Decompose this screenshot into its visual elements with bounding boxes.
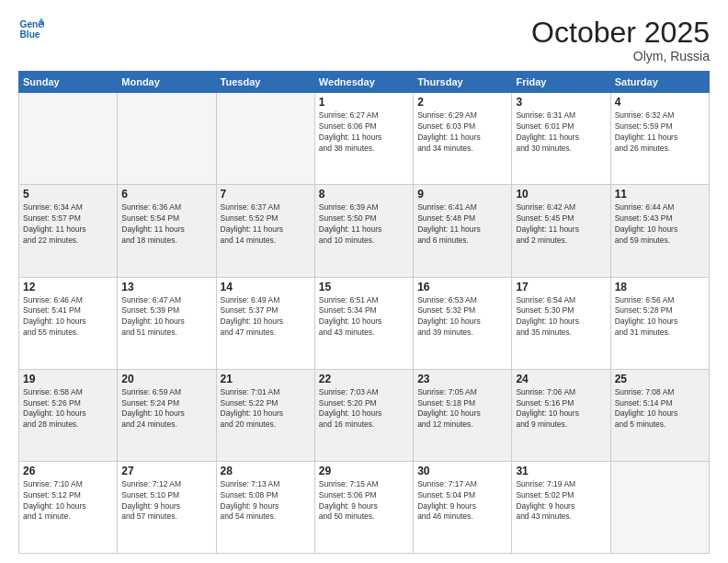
svg-text:Blue: Blue: [20, 29, 40, 40]
calendar-header-row: Sunday Monday Tuesday Wednesday Thursday…: [19, 72, 710, 93]
day-number: 25: [615, 373, 705, 385]
day-number: 26: [23, 465, 113, 477]
day-number: 20: [121, 373, 211, 385]
month-title: October 2025: [531, 17, 710, 49]
table-row: 26Sunrise: 7:10 AMSunset: 5:12 PMDayligh…: [19, 461, 118, 553]
table-row: 13Sunrise: 6:47 AMSunset: 5:39 PMDayligh…: [118, 277, 216, 369]
day-info: Sunrise: 6:56 AMSunset: 5:28 PMDaylight:…: [615, 295, 705, 339]
day-info: Sunrise: 7:10 AMSunset: 5:12 PMDaylight:…: [23, 479, 113, 523]
day-number: 10: [516, 188, 606, 201]
table-row: 7Sunrise: 6:37 AMSunset: 5:52 PMDaylight…: [216, 185, 314, 277]
table-row: 28Sunrise: 7:13 AMSunset: 5:08 PMDayligh…: [216, 461, 314, 553]
col-thursday: Thursday: [414, 72, 512, 93]
day-number: 3: [516, 96, 606, 109]
table-row: 8Sunrise: 6:39 AMSunset: 5:50 PMDaylight…: [314, 185, 413, 277]
day-info: Sunrise: 7:06 AMSunset: 5:16 PMDaylight:…: [516, 387, 606, 431]
day-info: Sunrise: 6:47 AMSunset: 5:39 PMDaylight:…: [121, 295, 211, 339]
table-row: 4Sunrise: 6:32 AMSunset: 5:59 PMDaylight…: [610, 93, 709, 185]
day-number: 30: [417, 465, 507, 477]
logo: General Blue General Blue: [18, 17, 44, 42]
day-number: 12: [23, 281, 113, 293]
day-info: Sunrise: 7:13 AMSunset: 5:08 PMDaylight:…: [221, 479, 311, 523]
day-info: Sunrise: 6:59 AMSunset: 5:24 PMDaylight:…: [121, 387, 211, 431]
table-row: 14Sunrise: 6:49 AMSunset: 5:37 PMDayligh…: [216, 277, 314, 369]
day-info: Sunrise: 6:44 AMSunset: 5:43 PMDaylight:…: [615, 202, 705, 247]
day-info: Sunrise: 6:31 AMSunset: 6:01 PMDaylight:…: [516, 110, 606, 155]
day-info: Sunrise: 7:19 AMSunset: 5:02 PMDaylight:…: [516, 479, 606, 523]
day-number: 24: [516, 373, 606, 385]
day-info: Sunrise: 7:05 AMSunset: 5:18 PMDaylight:…: [417, 387, 507, 431]
day-number: 2: [417, 96, 507, 109]
table-row: [216, 93, 314, 185]
day-info: Sunrise: 6:54 AMSunset: 5:30 PMDaylight:…: [516, 295, 606, 339]
table-row: [610, 461, 709, 553]
col-friday: Friday: [512, 72, 610, 93]
title-block: October 2025 Olym, Russia: [531, 17, 710, 63]
day-info: Sunrise: 6:51 AMSunset: 5:34 PMDaylight:…: [319, 295, 409, 339]
table-row: 12Sunrise: 6:46 AMSunset: 5:41 PMDayligh…: [19, 277, 118, 369]
day-info: Sunrise: 6:42 AMSunset: 5:45 PMDaylight:…: [516, 202, 606, 247]
table-row: 30Sunrise: 7:17 AMSunset: 5:04 PMDayligh…: [414, 461, 512, 553]
day-info: Sunrise: 6:39 AMSunset: 5:50 PMDaylight:…: [319, 202, 409, 247]
table-row: 10Sunrise: 6:42 AMSunset: 5:45 PMDayligh…: [512, 185, 610, 277]
table-row: 22Sunrise: 7:03 AMSunset: 5:20 PMDayligh…: [314, 369, 413, 461]
table-row: 3Sunrise: 6:31 AMSunset: 6:01 PMDaylight…: [512, 93, 610, 185]
day-number: 8: [319, 188, 409, 201]
day-number: 21: [221, 373, 311, 385]
table-row: 1Sunrise: 6:27 AMSunset: 6:06 PMDaylight…: [314, 93, 413, 185]
col-tuesday: Tuesday: [216, 72, 314, 93]
day-number: 18: [615, 281, 705, 293]
day-number: 5: [23, 188, 113, 201]
table-row: 2Sunrise: 6:29 AMSunset: 6:03 PMDaylight…: [414, 93, 512, 185]
day-info: Sunrise: 6:41 AMSunset: 5:48 PMDaylight:…: [417, 202, 507, 247]
table-row: 23Sunrise: 7:05 AMSunset: 5:18 PMDayligh…: [414, 369, 512, 461]
day-info: Sunrise: 7:17 AMSunset: 5:04 PMDaylight:…: [417, 479, 507, 523]
day-info: Sunrise: 7:03 AMSunset: 5:20 PMDaylight:…: [319, 387, 409, 431]
table-row: 16Sunrise: 6:53 AMSunset: 5:32 PMDayligh…: [414, 277, 512, 369]
calendar-week-row: 19Sunrise: 6:58 AMSunset: 5:26 PMDayligh…: [19, 369, 710, 461]
table-row: 17Sunrise: 6:54 AMSunset: 5:30 PMDayligh…: [512, 277, 610, 369]
day-info: Sunrise: 6:27 AMSunset: 6:06 PMDaylight:…: [319, 110, 409, 155]
day-info: Sunrise: 6:58 AMSunset: 5:26 PMDaylight:…: [23, 387, 113, 431]
day-number: 28: [221, 465, 311, 477]
day-info: Sunrise: 6:46 AMSunset: 5:41 PMDaylight:…: [23, 295, 113, 339]
col-sunday: Sunday: [19, 72, 118, 93]
day-number: 1: [319, 96, 409, 109]
table-row: 25Sunrise: 7:08 AMSunset: 5:14 PMDayligh…: [610, 369, 709, 461]
day-info: Sunrise: 7:08 AMSunset: 5:14 PMDaylight:…: [615, 387, 705, 431]
day-number: 27: [121, 465, 211, 477]
day-info: Sunrise: 6:32 AMSunset: 5:59 PMDaylight:…: [615, 110, 705, 155]
page: General Blue General Blue October 2025 O…: [0, 0, 728, 563]
day-info: Sunrise: 7:12 AMSunset: 5:10 PMDaylight:…: [121, 479, 211, 523]
table-row: 24Sunrise: 7:06 AMSunset: 5:16 PMDayligh…: [512, 369, 610, 461]
table-row: 18Sunrise: 6:56 AMSunset: 5:28 PMDayligh…: [610, 277, 709, 369]
day-info: Sunrise: 6:37 AMSunset: 5:52 PMDaylight:…: [221, 202, 311, 247]
day-info: Sunrise: 6:29 AMSunset: 6:03 PMDaylight:…: [417, 110, 507, 155]
day-number: 14: [221, 281, 311, 293]
col-saturday: Saturday: [610, 72, 709, 93]
day-number: 4: [615, 96, 705, 109]
day-number: 23: [417, 373, 507, 385]
location: Olym, Russia: [531, 49, 710, 63]
day-number: 11: [615, 188, 705, 201]
table-row: 15Sunrise: 6:51 AMSunset: 5:34 PMDayligh…: [314, 277, 413, 369]
calendar-week-row: 26Sunrise: 7:10 AMSunset: 5:12 PMDayligh…: [19, 461, 710, 553]
day-info: Sunrise: 6:53 AMSunset: 5:32 PMDaylight:…: [417, 295, 507, 339]
day-number: 29: [319, 465, 409, 477]
col-wednesday: Wednesday: [314, 72, 413, 93]
table-row: 31Sunrise: 7:19 AMSunset: 5:02 PMDayligh…: [512, 461, 610, 553]
day-number: 22: [319, 373, 409, 385]
table-row: 11Sunrise: 6:44 AMSunset: 5:43 PMDayligh…: [610, 185, 709, 277]
day-info: Sunrise: 6:49 AMSunset: 5:37 PMDaylight:…: [221, 295, 311, 339]
col-monday: Monday: [118, 72, 216, 93]
table-row: [118, 93, 216, 185]
day-number: 6: [121, 188, 211, 201]
table-row: [19, 93, 118, 185]
day-info: Sunrise: 6:36 AMSunset: 5:54 PMDaylight:…: [121, 202, 211, 247]
calendar-week-row: 5Sunrise: 6:34 AMSunset: 5:57 PMDaylight…: [19, 185, 710, 277]
day-number: 17: [516, 281, 606, 293]
header: General Blue General Blue October 2025 O…: [18, 17, 710, 63]
calendar-week-row: 12Sunrise: 6:46 AMSunset: 5:41 PMDayligh…: [19, 277, 710, 369]
calendar-week-row: 1Sunrise: 6:27 AMSunset: 6:06 PMDaylight…: [19, 93, 710, 185]
day-number: 13: [121, 281, 211, 293]
